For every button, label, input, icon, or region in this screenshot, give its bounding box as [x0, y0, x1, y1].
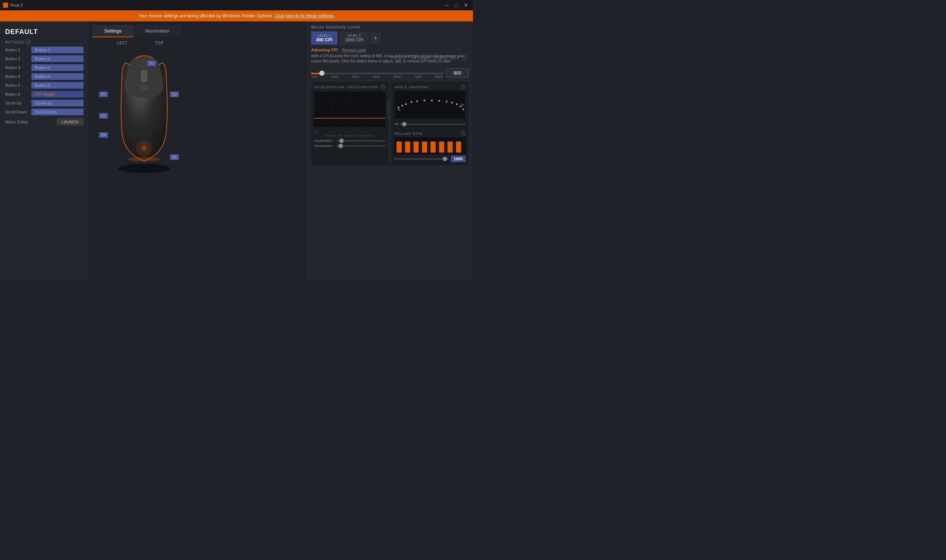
poll-bar-1 — [396, 142, 402, 152]
action-btn-button3[interactable]: Button 3 — [31, 64, 83, 71]
angle-panel-title: ANGLE SNAPPING ? — [394, 85, 465, 89]
polling-section: POLLING RATE ? — [394, 131, 465, 162]
svg-text:↘: ↘ — [461, 102, 464, 106]
sidebar: DEFAULT ACTIONS ? Button 1 Button 1 Butt… — [0, 22, 89, 280]
button-b4-label[interactable]: B4 — [99, 132, 108, 138]
angle-slider-row: 〜 — [394, 121, 465, 128]
cpi-level2-label: LEVEL 2 — [345, 34, 363, 37]
action-row-scrolldown: Scroll Down Scroll Down — [0, 108, 89, 116]
action-label-button6: Button 6 — [5, 92, 29, 96]
add-level-button[interactable]: + — [371, 33, 380, 43]
button-b2-label[interactable]: B2 — [170, 92, 179, 97]
action-row-button5: Button 5 Button 5 — [0, 81, 89, 90]
titlebar-left: Rival 3 — [3, 3, 23, 8]
poll-gap-2 — [411, 142, 413, 152]
remove-level-link[interactable]: Remove Level — [342, 48, 366, 52]
svg-point-19 — [416, 100, 418, 102]
action-row-button3: Button 3 Button 3 — [0, 63, 89, 72]
warning-text: Your mouse settings are being affected b… — [139, 13, 273, 18]
decel-slider[interactable] — [337, 146, 385, 147]
cpi-value-input[interactable] — [447, 68, 468, 78]
cpi-slider-track — [311, 73, 444, 74]
cpi-level1-button[interactable]: LEVEL 1 800 CPI — [311, 31, 337, 45]
poll-gap-3 — [419, 142, 421, 152]
angle-chart-svg: ↖ ↘ — [394, 91, 465, 118]
action-btn-button2[interactable]: Button 2 — [31, 55, 83, 62]
cpi-level1-label: LEVEL 1 — [316, 34, 332, 37]
action-label-button2: Button 2 — [5, 57, 29, 61]
cpi-level2-button[interactable]: LEVEL 2 1600 CPI — [340, 31, 368, 45]
launch-button[interactable]: LAUNCH — [57, 118, 83, 126]
decel-thumb[interactable] — [339, 144, 343, 148]
angle-thumb[interactable] — [402, 122, 407, 126]
wave-icon: 〜 — [394, 121, 399, 128]
center-content: Settings Illumination LEFT TOP — [89, 22, 307, 280]
close-button[interactable]: ✕ — [462, 1, 470, 9]
action-btn-button4[interactable]: Button 4 — [31, 73, 83, 80]
tabs: Settings Illumination — [92, 25, 303, 37]
poll-bar-5 — [430, 142, 436, 152]
action-label-scrolldown: Scroll Down — [5, 110, 29, 114]
titlebar: Rival 3 ─ □ ✕ — [0, 0, 473, 10]
polling-bars — [394, 137, 465, 154]
accel-x-label: SPEED OF HAND MOVEMENT — [314, 134, 385, 137]
action-row-button6: Button 6 CPI Toggle — [0, 90, 89, 98]
poll-gap-5 — [436, 142, 438, 152]
actions-header: ACTIONS ? — [0, 37, 89, 45]
macro-editor-row: Macro Editor LAUNCH — [0, 117, 89, 127]
minimize-button[interactable]: ─ — [443, 1, 451, 9]
accel-y-label: SENSITIVITY — [387, 100, 390, 120]
polling-value-box: 1000 — [451, 155, 465, 162]
action-btn-scrollup[interactable]: Scroll Up — [31, 100, 83, 106]
angle-slider[interactable] — [400, 124, 465, 125]
accel-thumb[interactable] — [339, 138, 344, 143]
tab-illumination[interactable]: Illumination — [133, 25, 182, 37]
button-b1-label[interactable]: B1 — [99, 92, 108, 97]
poll-gap-1 — [402, 142, 404, 152]
button-b3-label[interactable]: B3 — [147, 61, 156, 66]
poll-gap-4 — [428, 142, 430, 152]
svg-point-17 — [405, 103, 407, 105]
actions-help-icon[interactable]: ? — [26, 40, 31, 45]
poll-bar-4 — [422, 142, 427, 152]
polling-slider[interactable] — [394, 158, 448, 160]
action-label-scrollup: Scroll Up — [5, 101, 29, 105]
cpi-slider-ticks — [311, 71, 444, 72]
poll-bar-2 — [405, 142, 410, 152]
svg-point-23 — [446, 101, 447, 103]
action-row-button4: Button 4 Button 4 — [0, 72, 89, 81]
tab-settings[interactable]: Settings — [92, 25, 133, 37]
polling-thumb[interactable] — [443, 157, 447, 161]
cpi-levels: LEVEL 1 800 CPI LEVEL 2 1600 CPI + — [311, 31, 468, 45]
adjusting-header: Adjusting CPI Remove Level — [311, 48, 468, 52]
polling-help-icon[interactable]: ? — [461, 131, 465, 136]
product-info[interactable]: PRODUCT INFORMATION AND HELP ? — [390, 55, 468, 61]
help-circle-icon: ? — [462, 55, 468, 61]
warning-link[interactable]: Click here to fix these settings. — [274, 13, 335, 18]
angle-help-icon[interactable]: ? — [461, 85, 465, 89]
polling-slider-row: 1000 — [394, 155, 465, 162]
maximize-button[interactable]: □ — [452, 1, 461, 9]
polling-title: POLLING RATE ? — [394, 131, 465, 136]
accel-slider-row: Acceleration — [314, 139, 385, 143]
accel-slider[interactable] — [337, 140, 385, 142]
action-btn-button6[interactable]: CPI Toggle — [31, 91, 83, 97]
accel-chart-container: SENSITIVITY — [314, 91, 385, 129]
cpi-level2-value: 1600 CPI — [345, 37, 363, 43]
action-btn-button5[interactable]: Button 5 — [31, 82, 83, 89]
poll-gap-6 — [445, 142, 447, 152]
sensitivity-title: Mouse Sensitivity Levels — [311, 25, 468, 29]
macro-editor-label: Macro Editor — [5, 120, 28, 124]
app-icon — [3, 3, 8, 8]
action-label-button3: Button 3 — [5, 65, 29, 70]
accel-help-icon[interactable]: ? — [381, 85, 385, 89]
accel-panel: ACCELERATION / DECELERATION ? — [311, 82, 388, 165]
action-label-button4: Button 4 — [5, 74, 29, 79]
action-btn-button1[interactable]: Button 1 — [31, 46, 83, 53]
svg-point-21 — [431, 100, 433, 102]
action-btn-scrolldown[interactable]: Scroll Down — [31, 109, 83, 115]
button-b5-label[interactable]: B5 — [99, 113, 108, 118]
poll-bar-8 — [456, 142, 461, 152]
button-b6-label[interactable]: B6 — [170, 154, 179, 160]
action-label-button5: Button 5 — [5, 83, 29, 88]
